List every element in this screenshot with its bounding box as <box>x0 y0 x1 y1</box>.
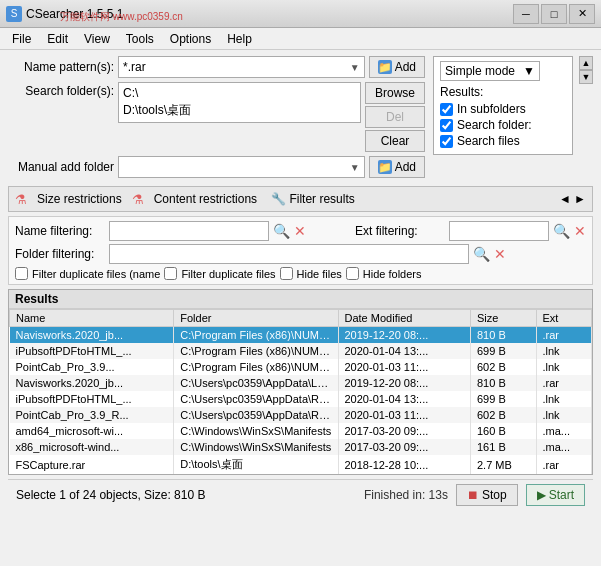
col-name[interactable]: Name <box>10 310 174 327</box>
combo-arrow-icon: ▼ <box>350 62 360 73</box>
scroll-up-button[interactable]: ▲ <box>579 56 593 70</box>
folder-clear-icon[interactable]: ✕ <box>494 246 506 262</box>
search-folder-checkbox[interactable] <box>440 119 453 132</box>
menu-help[interactable]: Help <box>219 30 260 48</box>
table-row[interactable]: FSCapture.rarD:\tools\桌面2018-12-28 10:..… <box>10 455 592 474</box>
search-folder-area: C:\ D:\tools\桌面 <box>118 82 361 123</box>
table-row[interactable]: Navisworks.2020_jb...C:\Program Files (x… <box>10 327 592 344</box>
name-pattern-label: Name pattern(s): <box>8 60 118 74</box>
ext-search-icon[interactable]: 🔍 <box>553 223 570 239</box>
filter-bar: ⚗ Size restrictions ⚗ Content restrictio… <box>8 186 593 212</box>
results-scroll[interactable]: Name Folder Date Modified Size Ext Navis… <box>9 309 592 474</box>
name-filtering-input[interactable] <box>109 221 269 241</box>
hide-folders-label: Hide folders <box>363 268 422 280</box>
main-content: Name pattern(s): *.rar ▼ 📁 Add Search fo… <box>0 50 601 515</box>
funnel-icon-1: ⚗ <box>15 192 27 207</box>
cell-ext: .rar <box>536 455 592 474</box>
menu-options[interactable]: Options <box>162 30 219 48</box>
cell-folder: C:\Program Files (x86)\NUME... <box>174 327 338 344</box>
folder-entry-2: D:\tools\桌面 <box>123 101 356 120</box>
search-folder-row: Search folder(s): C:\ D:\tools\桌面 Browse… <box>8 82 425 152</box>
in-subfolders-checkbox[interactable] <box>440 103 453 116</box>
search-files-label: Search files <box>457 134 520 148</box>
simple-mode-row: Simple mode ▼ <box>440 61 566 81</box>
manual-add-combo[interactable]: ▼ <box>118 156 365 178</box>
table-row[interactable]: PointCab_Pro_3.9...C:\Program Files (x86… <box>10 359 592 375</box>
col-ext[interactable]: Ext <box>536 310 592 327</box>
cell-size: 602 B <box>471 359 537 375</box>
clear-button[interactable]: Clear <box>365 130 425 152</box>
ext-filtering-input[interactable] <box>449 221 549 241</box>
search-folder-checkbox-row: Search folder: <box>440 118 566 132</box>
maximize-button[interactable]: □ <box>541 4 567 24</box>
content-restrictions-button[interactable]: Content restrictions <box>150 191 261 207</box>
restrictions-area: Name filtering: 🔍 ✕ Ext filtering: 🔍 ✕ F… <box>8 216 593 285</box>
manual-add-arrow-icon: ▼ <box>350 162 360 173</box>
start-label: Start <box>549 488 574 502</box>
start-button[interactable]: ▶ Start <box>526 484 585 506</box>
search-folder-label: Search folder(s): <box>8 82 118 98</box>
cell-name: iPubsoftPDFtoHTML_... <box>10 391 174 407</box>
col-size[interactable]: Size <box>471 310 537 327</box>
add-name-label: Add <box>395 60 416 74</box>
menu-edit[interactable]: Edit <box>39 30 76 48</box>
menu-tools[interactable]: Tools <box>118 30 162 48</box>
name-clear-icon[interactable]: ✕ <box>294 223 306 239</box>
scroll-down-button[interactable]: ▼ <box>579 70 593 84</box>
col-folder[interactable]: Folder <box>174 310 338 327</box>
table-row[interactable]: iPubsoftPDFtoHTML_...C:\Program Files (x… <box>10 343 592 359</box>
cell-folder: C:\Program Files (x86)\NUME... <box>174 343 338 359</box>
del-button[interactable]: Del <box>365 106 425 128</box>
filter-results-button[interactable]: 🔧 Filter results <box>267 191 359 207</box>
folder-search-icon[interactable]: 🔍 <box>473 246 490 262</box>
hide-files-checkbox[interactable] <box>280 267 293 280</box>
hide-folders-checkbox[interactable] <box>346 267 359 280</box>
add-folder-button[interactable]: 📁 Add <box>369 156 425 178</box>
menu-file[interactable]: File <box>4 30 39 48</box>
table-row[interactable]: x86_microsoft-wind...C:\Windows\WinSxS\M… <box>10 439 592 455</box>
cell-size: 602 B <box>471 407 537 423</box>
filter-dup-files-label: Filter duplicate files <box>181 268 275 280</box>
simple-mode-combo[interactable]: Simple mode ▼ <box>440 61 540 81</box>
minimize-button[interactable]: ─ <box>513 4 539 24</box>
content-restrictions-label: Content restrictions <box>154 192 257 206</box>
folder-filtering-input[interactable] <box>109 244 469 264</box>
folder-filtering-label: Folder filtering: <box>15 247 105 261</box>
hide-files-label: Hide files <box>297 268 342 280</box>
results-table: Name Folder Date Modified Size Ext Navis… <box>9 309 592 474</box>
name-pattern-combo[interactable]: *.rar ▼ <box>118 56 365 78</box>
name-pattern-row: Name pattern(s): *.rar ▼ 📁 Add <box>8 56 425 78</box>
close-button[interactable]: ✕ <box>569 4 595 24</box>
table-row[interactable]: Navisworks.2020_jb...C:\Users\pc0359\App… <box>10 375 592 391</box>
in-subfolders-row: In subfolders <box>440 102 566 116</box>
menu-view[interactable]: View <box>76 30 118 48</box>
ext-clear-icon[interactable]: ✕ <box>574 223 586 239</box>
stop-button[interactable]: ⏹ Stop <box>456 484 518 506</box>
add-folder-icon: 📁 <box>378 160 392 174</box>
col-date[interactable]: Date Modified <box>338 310 471 327</box>
table-row[interactable]: PointCab_Pro_3.9_R...C:\Users\pc0359\App… <box>10 407 592 423</box>
cell-name: Navisworks.2020_jb... <box>10 327 174 344</box>
folder-entry-1: C:\ <box>123 85 356 101</box>
filter-dup-name-checkbox[interactable] <box>15 267 28 280</box>
size-restrictions-button[interactable]: Size restrictions <box>33 191 126 207</box>
cell-ext: .lnk <box>536 407 592 423</box>
cell-date: 2019-12-20 08:... <box>338 327 471 344</box>
table-row[interactable]: iPubsoftPDFtoHTML_...C:\Users\pc0359\App… <box>10 391 592 407</box>
cell-size: 161 B <box>471 439 537 455</box>
name-search-icon[interactable]: 🔍 <box>273 223 290 239</box>
add-name-button[interactable]: 📁 Add <box>369 56 425 78</box>
search-files-checkbox[interactable] <box>440 135 453 148</box>
cell-size: 160 B <box>471 423 537 439</box>
filter-dup-name-label: Filter duplicate files (name <box>32 268 160 280</box>
filter-dup-files-checkbox[interactable] <box>164 267 177 280</box>
browse-button[interactable]: Browse <box>365 82 425 104</box>
cell-date: 2018-12-28 10:... <box>338 455 471 474</box>
folder-list[interactable]: C:\ D:\tools\桌面 <box>118 82 361 123</box>
add-name-icon: 📁 <box>378 60 392 74</box>
start-icon: ▶ <box>537 488 546 502</box>
selection-status: Selecte 1 of 24 objects, Size: 810 B <box>16 488 356 502</box>
add-folder-label: Add <box>395 160 416 174</box>
table-row[interactable]: amd64_microsoft-wi...C:\Windows\WinSxS\M… <box>10 423 592 439</box>
checkbox-filter-row: Filter duplicate files (name Filter dupl… <box>15 267 586 280</box>
